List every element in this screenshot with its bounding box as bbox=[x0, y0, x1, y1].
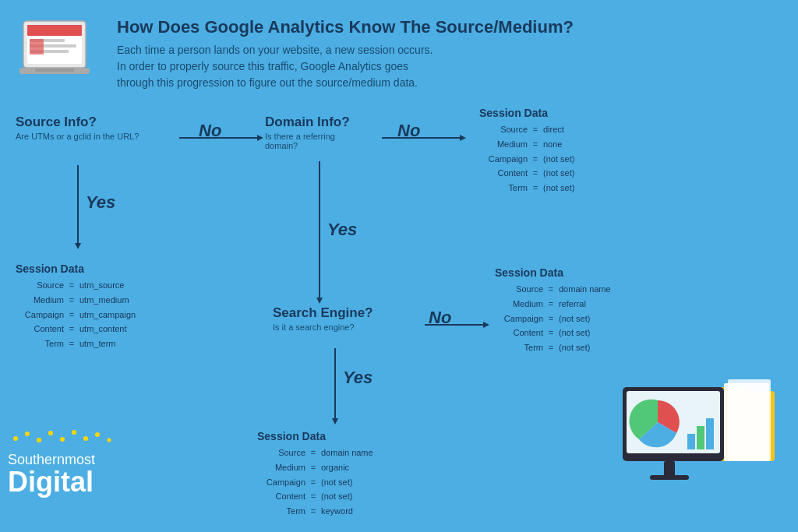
svg-rect-2 bbox=[27, 25, 82, 36]
session-data-1-title: Session Data bbox=[16, 262, 136, 275]
header-subtitle: Each time a person lands on your website… bbox=[117, 42, 775, 91]
session-data-3-table: Source=domain name Medium=referral Campa… bbox=[495, 282, 611, 354]
svg-point-26 bbox=[72, 430, 76, 435]
svg-point-23 bbox=[37, 438, 41, 442]
domain-info-question: Domain Info? Is there a referringdomain? bbox=[265, 115, 350, 150]
no-label-2: No bbox=[397, 121, 420, 141]
session-data-4-table: Source=domain name Medium=organic Campai… bbox=[257, 446, 373, 518]
session-data-3-title: Session Data bbox=[495, 266, 611, 279]
yes-label-3: Yes bbox=[343, 368, 373, 388]
domain-info-title: Domain Info? bbox=[265, 115, 350, 130]
session-data-organic: Session Data Source=domain name Medium=o… bbox=[257, 430, 373, 518]
svg-rect-38 bbox=[697, 426, 704, 449]
svg-point-24 bbox=[48, 431, 53, 435]
search-engine-title: Search Engine? bbox=[273, 305, 373, 321]
svg-point-28 bbox=[95, 432, 100, 437]
session-data-referral: Session Data Source=domain name Medium=r… bbox=[495, 266, 611, 354]
yes-label-2: Yes bbox=[327, 220, 357, 240]
svg-rect-6 bbox=[30, 39, 44, 55]
svg-rect-41 bbox=[650, 475, 689, 480]
svg-marker-18 bbox=[483, 322, 489, 328]
svg-point-22 bbox=[25, 432, 30, 436]
laptop-icon bbox=[16, 17, 101, 87]
source-info-title: Source Info? bbox=[16, 115, 139, 130]
svg-marker-10 bbox=[257, 135, 263, 141]
flowchart: Source Info? Are UTMs or a gclid in the … bbox=[0, 99, 798, 504]
session-data-direct: Session Data Source=direct Medium=none C… bbox=[479, 107, 574, 195]
session-data-2-table: Source=direct Medium=none Campaign=(not … bbox=[479, 122, 574, 195]
svg-rect-33 bbox=[728, 379, 771, 461]
session-data-utm: Session Data Source=utm_source Medium=ut… bbox=[16, 262, 136, 351]
svg-point-21 bbox=[13, 436, 18, 441]
svg-rect-40 bbox=[664, 461, 675, 477]
svg-point-29 bbox=[108, 439, 111, 442]
svg-point-25 bbox=[60, 437, 65, 442]
session-data-4-title: Session Data bbox=[257, 430, 373, 442]
search-engine-question: Search Engine? Is it a search engine? bbox=[273, 305, 373, 332]
session-data-2-title: Session Data bbox=[479, 107, 574, 119]
no-label-3: No bbox=[429, 308, 451, 328]
source-info-subtitle: Are UTMs or a gclid in the URL? bbox=[16, 132, 139, 141]
header-text: How Does Google Analytics Know The Sourc… bbox=[117, 17, 775, 91]
svg-marker-14 bbox=[460, 135, 466, 141]
svg-marker-12 bbox=[75, 243, 81, 249]
header: How Does Google Analytics Know The Sourc… bbox=[0, 0, 798, 99]
svg-point-27 bbox=[83, 436, 88, 441]
svg-rect-39 bbox=[706, 418, 714, 449]
brand-bottom-text: Digital bbox=[8, 468, 132, 496]
yes-label-1: Yes bbox=[86, 192, 115, 213]
svg-marker-16 bbox=[316, 298, 323, 304]
computer-illustration bbox=[619, 375, 790, 500]
stars-decoration bbox=[8, 429, 132, 449]
computer-svg bbox=[619, 375, 790, 500]
search-engine-subtitle: Is it a search engine? bbox=[273, 322, 373, 332]
branding: Southernmost Digital bbox=[8, 429, 132, 496]
source-info-question: Source Info? Are UTMs or a gclid in the … bbox=[16, 115, 139, 141]
header-title: How Does Google Analytics Know The Sourc… bbox=[117, 17, 775, 37]
no-label-1: No bbox=[199, 121, 221, 141]
svg-rect-8 bbox=[35, 69, 74, 72]
session-data-1-table: Source=utm_source Medium=utm_medium Camp… bbox=[16, 278, 136, 351]
svg-marker-20 bbox=[332, 418, 338, 425]
svg-rect-37 bbox=[687, 434, 695, 449]
domain-info-subtitle: Is there a referringdomain? bbox=[265, 132, 350, 150]
